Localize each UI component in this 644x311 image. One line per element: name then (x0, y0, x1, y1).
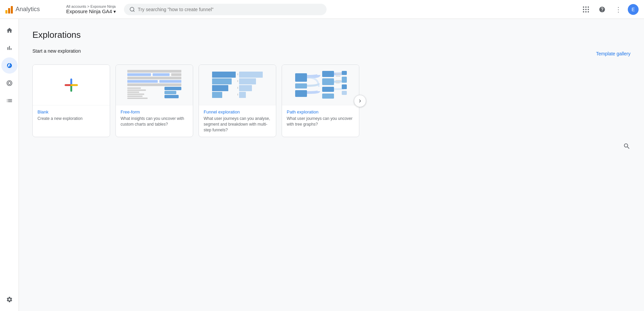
svg-rect-29 (212, 92, 222, 98)
home-icon (6, 27, 13, 34)
blank-card-preview (33, 65, 110, 105)
blank-card-desc: Create a new exploration (37, 116, 105, 122)
svg-rect-13 (127, 77, 181, 79)
freeform-card-body: Free-form What insights can you uncover … (116, 105, 193, 131)
sidebar-item-admin[interactable] (1, 291, 18, 308)
main-content: Explorations Start a new exploration Tem… (19, 19, 644, 311)
svg-rect-50 (336, 76, 340, 77)
path-card-desc: What user journeys can you uncover with … (287, 116, 354, 127)
more-vert-icon: ⋮ (615, 5, 622, 14)
cards-header: Start a new exploration Template gallery (32, 48, 630, 59)
svg-rect-51 (336, 80, 341, 81)
svg-rect-20 (127, 87, 141, 89)
svg-rect-48 (342, 91, 347, 95)
sidebar-item-explore[interactable] (1, 57, 18, 74)
path-preview-chart (292, 68, 349, 102)
svg-rect-45 (342, 71, 347, 75)
content-search-button[interactable] (623, 142, 630, 151)
topbar-actions: ⋮ E (579, 3, 639, 16)
funnel-card-preview (199, 65, 276, 105)
more-options-button[interactable]: ⋮ (612, 3, 625, 16)
svg-rect-32 (239, 85, 252, 91)
user-avatar[interactable]: E (628, 4, 639, 15)
funnel-preview-chart (209, 68, 266, 102)
search-box[interactable] (124, 4, 327, 15)
advertising-icon (6, 80, 13, 86)
svg-rect-19 (164, 95, 179, 98)
svg-rect-16 (127, 83, 181, 86)
chevron-down-icon: ▾ (113, 9, 116, 14)
svg-rect-46 (342, 77, 347, 83)
svg-rect-35 (237, 80, 238, 82)
svg-rect-41 (322, 71, 334, 77)
content-search-icon (623, 142, 630, 150)
svg-rect-31 (239, 78, 256, 84)
chevron-right-icon (357, 98, 363, 104)
funnel-card-desc: What user journeys can you analyse, segm… (204, 116, 271, 133)
svg-rect-11 (153, 73, 170, 76)
svg-rect-40 (295, 90, 307, 97)
svg-rect-17 (164, 87, 181, 90)
svg-rect-21 (127, 89, 146, 91)
explore-icon (6, 62, 13, 69)
app-title: Analytics (16, 6, 40, 13)
svg-rect-38 (295, 73, 307, 82)
svg-rect-14 (127, 80, 158, 83)
blank-card-body: Blank Create a new exploration (33, 105, 110, 126)
freeform-card-desc: What insights can you uncover with custo… (121, 116, 188, 127)
plus-icon (63, 65, 80, 105)
path-card[interactable]: Path exploration What user journeys can … (282, 64, 359, 137)
svg-rect-15 (159, 80, 181, 83)
svg-rect-25 (127, 98, 148, 99)
sidebar-item-advertising[interactable] (1, 75, 18, 91)
svg-rect-52 (336, 82, 340, 83)
svg-point-0 (130, 7, 134, 11)
funnel-card-body: Funnel exploration What user journeys ca… (199, 105, 276, 137)
search-icon (129, 6, 135, 12)
svg-rect-18 (164, 91, 176, 94)
property-name: Exposure Ninja GA4 (66, 8, 112, 14)
svg-rect-22 (127, 92, 139, 93)
gear-icon (6, 296, 13, 303)
svg-rect-43 (322, 87, 334, 92)
svg-rect-26 (212, 72, 236, 78)
next-arrow-button[interactable] (354, 95, 366, 107)
svg-rect-27 (212, 78, 232, 84)
sidebar-item-home[interactable] (1, 22, 18, 38)
search-input[interactable] (138, 7, 321, 12)
sidebar-item-reports[interactable] (1, 40, 18, 56)
blank-card[interactable]: Blank Create a new exploration (32, 64, 110, 137)
search-area[interactable] (124, 4, 327, 15)
help-icon (599, 6, 606, 13)
ga-icon (5, 5, 13, 14)
svg-rect-9 (127, 70, 181, 73)
svg-rect-42 (322, 78, 334, 85)
svg-rect-10 (127, 73, 151, 76)
template-gallery-link[interactable]: Template gallery (596, 51, 630, 56)
svg-rect-24 (127, 96, 143, 97)
svg-rect-36 (237, 87, 238, 89)
property-selector[interactable]: Exposure Ninja GA4 ▾ (66, 8, 116, 14)
sidebar (0, 19, 19, 311)
funnel-card[interactable]: Funnel exploration What user journeys ca… (199, 64, 276, 137)
svg-rect-12 (171, 73, 181, 76)
svg-rect-28 (212, 85, 228, 91)
svg-rect-23 (127, 94, 144, 95)
list-icon (6, 97, 13, 104)
breadcrumb: All accounts > Exposure Ninja (66, 4, 116, 8)
svg-rect-33 (239, 92, 246, 98)
app-launcher-button[interactable] (579, 3, 593, 16)
freeform-card[interactable]: Free-form What insights can you uncover … (115, 64, 193, 137)
cards-container: Blank Create a new exploration (32, 64, 359, 137)
sidebar-item-configure[interactable] (1, 93, 18, 109)
reports-icon (6, 45, 13, 51)
blank-card-name: Blank (37, 109, 105, 114)
grid-icon (583, 6, 589, 12)
freeform-card-name: Free-form (121, 109, 188, 114)
help-button[interactable] (595, 3, 609, 16)
topbar: Analytics All accounts > Exposure Ninja … (0, 0, 644, 19)
svg-rect-47 (342, 84, 347, 89)
app-logo-area: Analytics (5, 5, 59, 14)
svg-rect-44 (322, 94, 334, 99)
path-card-name: Path exploration (287, 109, 354, 114)
